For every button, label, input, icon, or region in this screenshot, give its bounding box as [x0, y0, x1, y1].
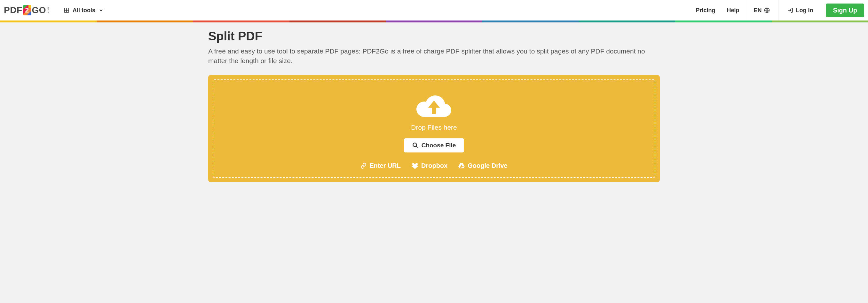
alternate-sources: Enter URL Dropbox: [361, 162, 507, 169]
rainbow-divider: [0, 21, 868, 22]
enter-url-label: Enter URL: [369, 162, 401, 169]
logo-pdf: PDF: [4, 5, 22, 16]
all-tools-label: All tools: [72, 7, 95, 14]
link-icon: [361, 163, 367, 169]
language-code: EN: [753, 7, 762, 14]
drop-files-text: Drop Files here: [411, 123, 457, 131]
logo-mark: 2: [23, 5, 31, 16]
signup-button[interactable]: Sign Up: [826, 3, 864, 17]
file-dropzone[interactable]: Drop Files here Choose File Enter URL: [208, 75, 660, 182]
grid-icon: [64, 7, 69, 13]
logo-go: GO: [32, 5, 46, 16]
google-drive-icon: [458, 163, 465, 168]
dropbox-icon: [412, 162, 418, 169]
logo[interactable]: PDF 2 GO .com: [0, 0, 55, 21]
choose-file-button[interactable]: Choose File: [404, 138, 464, 153]
help-link[interactable]: Help: [721, 0, 745, 21]
chevron-down-icon: [98, 8, 104, 13]
signup-wrap: Sign Up: [822, 0, 868, 21]
page-title: Split PDF: [208, 29, 660, 43]
svg-line-7: [416, 146, 418, 148]
language-selector[interactable]: EN: [745, 0, 778, 21]
dropbox-link[interactable]: Dropbox: [412, 162, 447, 169]
choose-file-label: Choose File: [422, 142, 456, 149]
dropbox-label: Dropbox: [421, 162, 447, 169]
google-drive-link[interactable]: Google Drive: [458, 162, 507, 169]
cloud-upload-icon: [415, 91, 453, 120]
svg-point-6: [413, 143, 416, 147]
google-drive-label: Google Drive: [468, 162, 507, 169]
login-label: Log In: [796, 7, 813, 14]
help-label: Help: [726, 7, 739, 14]
pricing-label: Pricing: [695, 7, 715, 14]
enter-url-link[interactable]: Enter URL: [361, 162, 401, 169]
page-description: A free and easy to use tool to separate …: [208, 47, 660, 66]
all-tools-dropdown[interactable]: All tools: [55, 0, 112, 21]
pricing-link[interactable]: Pricing: [690, 0, 721, 21]
search-icon: [412, 142, 418, 148]
login-link[interactable]: Log In: [778, 0, 822, 21]
globe-icon: [764, 7, 770, 13]
main-container: Split PDF A free and easy to use tool to…: [208, 22, 660, 182]
site-header: PDF 2 GO .com All tools Pricing Help EN: [0, 0, 868, 21]
login-icon: [787, 7, 793, 13]
logo-com: .com: [47, 7, 50, 14]
dropzone-inner: Drop Files here Choose File Enter URL: [213, 79, 655, 178]
